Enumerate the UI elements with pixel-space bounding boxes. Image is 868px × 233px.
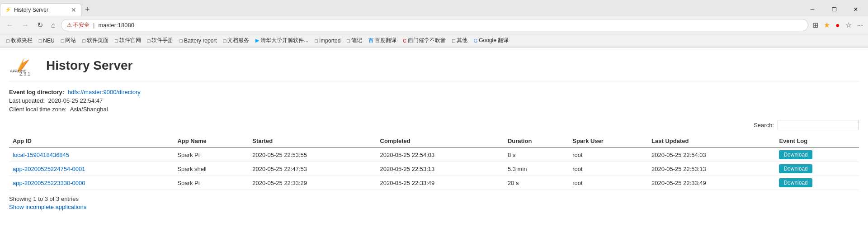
cell-spark-user: root xyxy=(569,147,648,162)
opera-icon[interactable]: ● xyxy=(834,20,841,31)
browser-chrome: ⚡ History Server ✕ + ─ ❐ ✕ ← → ↻ ⌂ ⚠ 不安全… xyxy=(0,0,868,48)
tab-title: History Server xyxy=(14,7,68,13)
cell-completed: 2020-05-25 22:54:03 xyxy=(377,147,504,162)
server-info: Event log directory: hdfs://master:9000/… xyxy=(9,89,859,113)
spark-logo-svg: APACHE xyxy=(9,55,41,73)
new-tab-button[interactable]: + xyxy=(81,5,94,14)
cell-app-name: Spark Pi xyxy=(174,176,249,190)
timezone-value: Asia/Shanghai xyxy=(70,106,108,113)
cell-app-name: Spark Pi xyxy=(174,147,249,162)
bookmark-favorites[interactable]: □ 收藏夹栏 xyxy=(4,36,35,45)
cell-started: 2020-05-25 22:33:29 xyxy=(249,176,376,190)
event-log-link[interactable]: hdfs://master:9000/directory xyxy=(68,89,141,95)
cell-completed: 2020-05-25 22:53:13 xyxy=(377,162,504,176)
cell-started: 2020-05-25 22:47:53 xyxy=(249,162,376,176)
bookmark-ximen[interactable]: C 西门催学不吹音 xyxy=(400,36,448,45)
window-controls: ─ ❐ ✕ xyxy=(802,3,868,16)
spark-header: APACHE 2.3.1 History Server xyxy=(9,55,859,81)
menu-button[interactable]: ··· xyxy=(856,20,864,31)
table-header-row: App ID App Name Started Completed Durati… xyxy=(9,135,859,147)
event-log-label: Event log directory: xyxy=(9,89,64,95)
spark-logo: APACHE 2.3.1 xyxy=(9,55,41,76)
table-header: App ID App Name Started Completed Durati… xyxy=(9,135,859,147)
table-row: app-20200525223330-0000 Spark Pi 2020-05… xyxy=(9,176,859,190)
cell-event-log: Download xyxy=(775,162,859,176)
bookmark-imported[interactable]: □ Imported xyxy=(312,37,343,45)
col-app-name: App Name xyxy=(174,135,249,147)
cell-duration: 5.3 min xyxy=(504,162,569,176)
bookmarks-bar: □ 收藏夹栏 □ NEU □ 网站 □ 软件页面 □ 软件官网 □ 软件手册 □… xyxy=(0,34,868,47)
timezone-info: Client local time zone: Asia/Shanghai xyxy=(9,106,859,113)
search-input[interactable] xyxy=(778,120,859,130)
nav-right-icons: ⊞ ★ ● ☆ ··· xyxy=(811,19,864,31)
search-label: Search: xyxy=(754,122,774,128)
bookmark-other[interactable]: □ 其他 xyxy=(449,36,470,45)
forward-button[interactable]: → xyxy=(19,19,32,31)
last-updated-info: Last updated: 2020-05-25 22:54:47 xyxy=(9,97,859,104)
extensions-icon[interactable]: ⊞ xyxy=(811,19,820,31)
tab-bar: ⚡ History Server ✕ + ─ ❐ ✕ xyxy=(0,0,868,16)
footer-info: Showing 1 to 3 of 3 entries Show incompl… xyxy=(9,195,859,210)
refresh-button[interactable]: ↻ xyxy=(34,19,46,31)
bookmark-google-translate[interactable]: G Google 翻译 xyxy=(471,36,512,45)
col-event-log: Event Log xyxy=(775,135,859,147)
cell-completed: 2020-05-25 22:33:49 xyxy=(377,176,504,190)
table-row: app-20200525224754-0001 Spark shell 2020… xyxy=(9,162,859,176)
col-started: Started xyxy=(249,135,376,147)
bookmark-doc-service[interactable]: □ 文档服务 xyxy=(221,36,252,45)
favorites-icon[interactable]: ★ xyxy=(822,19,831,31)
page-title: History Server xyxy=(46,58,132,73)
col-duration: Duration xyxy=(504,135,569,147)
home-button[interactable]: ⌂ xyxy=(48,19,58,31)
bookmark-software-page[interactable]: □ 软件页面 xyxy=(80,36,111,45)
bookmark-neu[interactable]: □ NEU xyxy=(36,37,57,45)
bookmark-battery-report[interactable]: □ Battery report xyxy=(177,37,219,45)
bookmark-baidu-translate[interactable]: 百 百度翻译 xyxy=(366,36,399,45)
address-bar[interactable]: ⚠ 不安全 | master:18080 xyxy=(61,19,808,31)
bookmark-software-manual[interactable]: □ 软件手册 xyxy=(145,36,176,45)
close-button[interactable]: ✕ xyxy=(845,3,866,16)
table-row: local-1590418436845 Spark Pi 2020-05-25 … xyxy=(9,147,859,162)
nav-bar: ← → ↻ ⌂ ⚠ 不安全 | master:18080 ⊞ ★ ● ☆ ··· xyxy=(0,16,868,34)
bookmark-website[interactable]: □ 网站 xyxy=(58,36,79,45)
url-display: master:18080 xyxy=(98,22,134,29)
last-updated-label: Last updated: xyxy=(9,97,45,104)
page-content: APACHE 2.3.1 History Server Event log di… xyxy=(0,48,868,218)
back-button[interactable]: ← xyxy=(4,19,16,31)
cell-spark-user: root xyxy=(569,162,648,176)
cell-duration: 20 s xyxy=(504,176,569,190)
col-app-id: App ID xyxy=(9,135,174,147)
cell-event-log: Download xyxy=(775,147,859,162)
app-id-link[interactable]: app-20200525224754-0001 xyxy=(13,166,85,172)
download-button[interactable]: Download xyxy=(779,164,812,173)
show-incomplete-link[interactable]: Show incomplete applications xyxy=(9,204,86,210)
cell-app-id: app-20200525224754-0001 xyxy=(9,162,174,176)
spark-version: 2.3.1 xyxy=(19,71,30,76)
cell-app-name: Spark shell xyxy=(174,162,249,176)
cell-last-updated: 2020-05-25 22:54:03 xyxy=(648,147,775,162)
collections-icon[interactable]: ☆ xyxy=(844,19,853,31)
active-tab[interactable]: ⚡ History Server ✕ xyxy=(0,3,81,16)
tab-close-button[interactable]: ✕ xyxy=(71,6,76,14)
bookmark-notes[interactable]: □ 笔记 xyxy=(344,36,365,45)
bookmark-software-official[interactable]: □ 软件官网 xyxy=(112,36,144,45)
search-bar: Search: xyxy=(9,120,859,130)
minimize-button[interactable]: ─ xyxy=(802,3,823,16)
download-button[interactable]: Download xyxy=(779,178,812,187)
table-body: local-1590418436845 Spark Pi 2020-05-25 … xyxy=(9,147,859,190)
cell-app-id: local-1590418436845 xyxy=(9,147,174,162)
app-id-link[interactable]: app-20200525223330-0000 xyxy=(13,180,85,186)
cell-event-log: Download xyxy=(775,176,859,190)
cell-last-updated: 2020-05-25 22:33:49 xyxy=(648,176,775,190)
download-button[interactable]: Download xyxy=(779,150,812,159)
col-completed: Completed xyxy=(377,135,504,147)
app-id-link[interactable]: local-1590418436845 xyxy=(13,152,69,158)
cell-started: 2020-05-25 22:53:55 xyxy=(249,147,376,162)
maximize-button[interactable]: ❐ xyxy=(824,3,844,16)
bookmark-tsinghua[interactable]: ▶ 清华大学开源软件... xyxy=(253,36,311,45)
applications-table: App ID App Name Started Completed Durati… xyxy=(9,135,859,190)
last-updated-value: 2020-05-25 22:54:47 xyxy=(48,97,103,104)
cell-app-id: app-20200525223330-0000 xyxy=(9,176,174,190)
col-last-updated: Last Updated xyxy=(648,135,775,147)
tab-favicon: ⚡ xyxy=(5,7,11,13)
